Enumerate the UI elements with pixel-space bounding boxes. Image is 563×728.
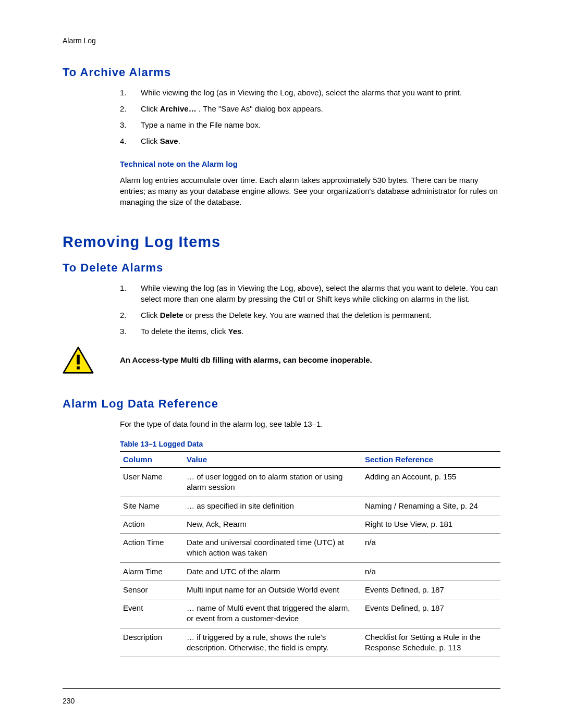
step-number: 1. (120, 87, 141, 98)
step-text: Type a name in the File name box. (141, 119, 500, 130)
list-item: 2. Click Delete or press the Delete key.… (120, 310, 500, 320)
table-cell: … of user logged on to alarm station or … (183, 467, 362, 497)
step-text: Click Archive… . The "Save As" dialog bo… (141, 103, 500, 114)
table-cell: Multi input name for an Outside World ev… (183, 581, 362, 599)
warning-triangle-icon (63, 346, 94, 376)
svg-rect-2 (77, 366, 80, 369)
table-header-value: Value (183, 452, 362, 468)
step-number: 2. (120, 310, 141, 320)
table-row: SensorMulti input name for an Outside Wo… (120, 581, 500, 599)
warning-block: An Access-type Multi db filling with ala… (63, 346, 500, 376)
step-text: While viewing the log (as in Viewing the… (141, 282, 500, 304)
delete-steps: 1. While viewing the log (as in Viewing … (120, 282, 500, 337)
table-header-row: Column Value Section Reference (120, 452, 500, 468)
heading-removing-log-items: Removing Log Items (63, 233, 500, 251)
table-row: User Name… of user logged on to alarm st… (120, 467, 500, 497)
step-number: 3. (120, 119, 141, 130)
step-text: Click Delete or press the Delete key. Yo… (141, 310, 500, 320)
table-cell: Sensor (120, 581, 183, 599)
list-item: 1. While viewing the log (as in Viewing … (120, 282, 500, 304)
step-text: While viewing the log (as in Viewing the… (141, 87, 500, 98)
list-item: 3. Type a name in the File name box. (120, 119, 500, 130)
archive-steps: 1. While viewing the log (as in Viewing … (120, 87, 500, 146)
table-row: Site Name… as specified in site definiti… (120, 497, 500, 515)
table-header-section-ref: Section Reference (362, 452, 500, 468)
table-row: Action TimeDate and universal coordinate… (120, 534, 500, 563)
step-number: 3. (120, 326, 141, 337)
step-number: 2. (120, 103, 141, 114)
table-header-column: Column (120, 452, 183, 468)
heading-data-reference: Alarm Log Data Reference (63, 397, 500, 411)
page-footer: 230 (63, 688, 500, 705)
table-cell: Description (120, 628, 183, 657)
table-cell: Date and universal coordinated time (UTC… (183, 534, 362, 563)
table-cell: User Name (120, 467, 183, 497)
table-row: Event… name of Multi event that triggere… (120, 599, 500, 628)
reference-intro: For the type of data found in the alarm … (120, 418, 500, 429)
table-cell: … name of Multi event that triggered the… (183, 599, 362, 628)
list-item: 4. Click Save. (120, 135, 500, 146)
technical-note-body: Alarm log entries accumulate over time. … (120, 175, 500, 207)
table-row: Alarm TimeDate and UTC of the alarmn/a (120, 562, 500, 581)
table-cell: … if triggered by a rule, shows the rule… (183, 628, 362, 657)
table-cell: n/a (362, 562, 500, 581)
page: Alarm Log To Archive Alarms 1. While vie… (0, 0, 563, 728)
delete-content: 1. While viewing the log (as in Viewing … (120, 282, 500, 337)
svg-rect-1 (77, 355, 80, 365)
table-cell: Event (120, 599, 183, 628)
page-header-label: Alarm Log (63, 36, 500, 45)
table-cell: Date and UTC of the alarm (183, 562, 362, 581)
table-cell: Events Defined, p. 187 (362, 599, 500, 628)
technical-note-heading: Technical note on the Alarm log (120, 159, 500, 168)
table-cell: Action Time (120, 534, 183, 563)
table-cell: Alarm Time (120, 562, 183, 581)
table-cell: Action (120, 515, 183, 533)
page-number: 230 (63, 697, 75, 705)
table-cell: n/a (362, 534, 500, 563)
step-number: 4. (120, 135, 141, 146)
table-cell: Events Defined, p. 187 (362, 581, 500, 599)
step-text: Click Save. (141, 135, 500, 146)
step-text: To delete the items, click Yes. (141, 326, 500, 337)
table-cell: Naming / Renaming a Site, p. 24 (362, 497, 500, 515)
table-row: Description… if triggered by a rule, sho… (120, 628, 500, 657)
step-number: 1. (120, 282, 141, 304)
list-item: 1. While viewing the log (as in Viewing … (120, 87, 500, 98)
reference-content: For the type of data found in the alarm … (120, 418, 500, 657)
list-item: 3. To delete the items, click Yes. (120, 326, 500, 337)
list-item: 2. Click Archive… . The "Save As" dialog… (120, 103, 500, 114)
table-cell: New, Ack, Rearm (183, 515, 362, 533)
warning-text: An Access-type Multi db filling with ala… (120, 346, 372, 364)
heading-delete-alarms: To Delete Alarms (63, 261, 500, 275)
table-cell: Adding an Account, p. 155 (362, 467, 500, 497)
logged-data-table: Column Value Section Reference User Name… (120, 451, 500, 657)
table-caption: Table 13–1 Logged Data (120, 440, 500, 448)
table-cell: … as specified in site definition (183, 497, 362, 515)
archive-content: 1. While viewing the log (as in Viewing … (120, 87, 500, 207)
table-row: ActionNew, Ack, RearmRight to Use View, … (120, 515, 500, 533)
heading-archive-alarms: To Archive Alarms (63, 66, 500, 79)
table-cell: Checklist for Setting a Rule in the Resp… (362, 628, 500, 657)
table-cell: Right to Use View, p. 181 (362, 515, 500, 533)
table-cell: Site Name (120, 497, 183, 515)
